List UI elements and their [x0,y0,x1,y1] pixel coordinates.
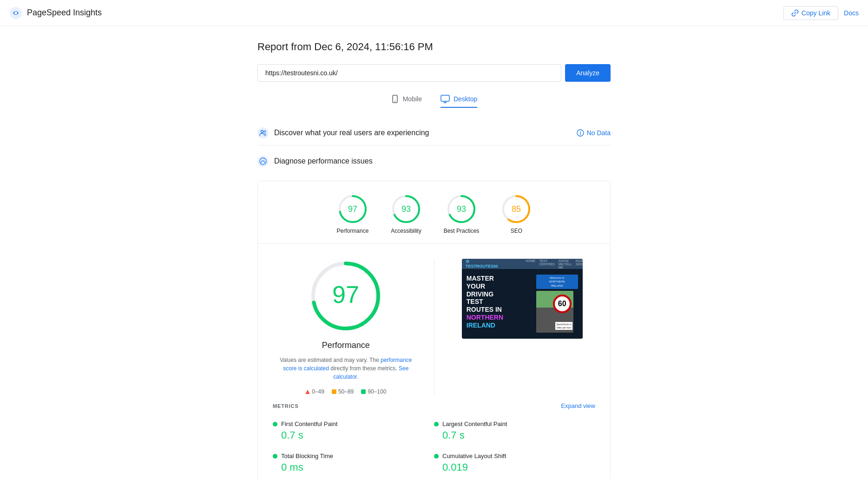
screenshot-nav: ⚙ TESTROUTESNI HOME TEST CENTRES SHOW ME… [462,259,583,269]
score-item-accessibility[interactable]: 93 Accessibility [391,194,421,234]
metric-cls-label: Cumulative Layout Shift [442,453,506,459]
screenshot-nav-links: HOME TEST CENTRES SHOW ME/TELL ME ROAD S… [526,259,582,269]
metric-fcp-value: 0.7 s [273,429,434,441]
legend-fail-range: 0–49 [312,388,324,395]
speed-caption: Speed limits inmiles per hour [555,322,572,330]
performance-label: Performance [337,228,369,234]
nav-link-road: ROAD SIGNS [576,259,583,269]
metric-fcp-name: First Contentful Paint [273,420,434,427]
analyze-button[interactable]: Analyze [565,64,611,82]
heading-northern: NORTHERN [467,314,503,321]
url-input[interactable] [257,64,561,82]
score-item-seo[interactable]: 85 SEO [501,194,531,234]
svg-text:97: 97 [348,204,357,214]
real-users-icon [257,127,269,138]
gauge-icon [259,157,267,165]
screenshot-preview: ⚙ TESTROUTESNI HOME TEST CENTRES SHOW ME… [462,259,583,339]
svg-point-5 [261,131,263,133]
metric-lcp-dot [434,422,439,427]
score-legend: 0–49 50–89 90–100 [305,388,386,395]
seo-label: SEO [511,228,522,234]
diagnose-section: Diagnose performance issues [257,149,611,173]
real-users-section: Discover what your real users are experi… [257,121,611,145]
info-icon [577,129,584,137]
perf-note-part2: directly from these metrics. [330,365,397,372]
legend-average-range: 50–89 [338,388,354,395]
svg-text:93: 93 [401,204,411,214]
desktop-icon [441,95,450,103]
copy-link-label: Copy Link [802,9,830,17]
screenshot-logo: ⚙ TESTROUTESNI [466,259,498,269]
road-image: 60 Speed limits inmiles per hour [536,291,573,333]
performance-circle-svg: 97 [338,194,368,224]
big-score-circle: 97 [309,259,383,333]
metric-lcp-name: Largest Contentful Paint [434,420,595,427]
mobile-icon [391,95,399,103]
best-practices-label: Best Practices [444,228,480,234]
metric-lcp-value: 0.7 s [434,429,595,441]
perf-right: ⚙ TESTROUTESNI HOME TEST CENTRES SHOW ME… [434,259,596,395]
metric-tbt-value: 0 ms [273,461,434,473]
best-practices-circle-svg: 93 [447,194,476,224]
metric-fcp-dot [273,422,277,427]
diagnose-title: Diagnose performance issues [274,157,611,165]
nav-link-show: SHOW ME/TELL ME [559,259,572,269]
people-icon [259,129,267,137]
report-title: Report from Dec 6, 2024, 11:56:16 PM [257,41,611,53]
metric-tbt-name: Total Blocking Time [273,453,434,459]
tab-mobile[interactable]: Mobile [391,95,422,108]
url-row: Analyze [257,64,611,82]
svg-point-1 [14,12,17,14]
welcome-sign: Welcome toNORTHERNIRELAND [536,275,578,289]
metric-tbt-label: Total Blocking Time [281,453,333,459]
metric-tbt: Total Blocking Time 0 ms [273,447,434,479]
docs-link[interactable]: Docs [844,9,859,17]
legend-fail: 0–49 [305,388,324,395]
speed-number: 60 [558,300,566,308]
svg-text:93: 93 [457,204,466,214]
perf-left: 97 Performance Values are estimated and … [273,259,434,395]
expand-view-link[interactable]: Expand view [561,402,595,409]
diagnose-icon [257,156,269,167]
legend-good: 90–100 [361,388,386,395]
metrics-label: METRICS [273,403,299,409]
tab-mobile-label: Mobile [403,95,422,103]
legend-average: 50–89 [332,388,354,395]
svg-point-6 [264,131,266,132]
real-users-title: Discover what your real users are experi… [274,129,571,137]
metrics-header: METRICS Expand view [258,395,610,415]
accessibility-circle-svg: 93 [391,194,421,224]
nav-link-home: HOME [526,259,535,269]
nav-link-test: TEST CENTRES [539,259,554,269]
svg-rect-4 [441,95,449,101]
score-item-performance[interactable]: 97 Performance [337,194,369,234]
perf-note: Values are estimated and may vary. The p… [276,356,415,381]
circle-icon [361,389,366,394]
metric-tbt-dot [273,454,277,459]
tabs: Mobile Desktop [257,95,611,108]
svg-point-3 [395,101,395,102]
metric-fcp-label: First Contentful Paint [281,420,337,427]
screenshot-content: MASTERYOURDRIVINGTESTROUTES IN NORTHERN … [462,269,583,339]
screenshot-img: Welcome toNORTHERNIRELAND 60 Speed limit… [536,275,578,333]
link-icon [791,9,799,17]
metric-cls-dot [434,454,439,459]
svg-text:85: 85 [512,204,521,214]
metric-lcp-label: Largest Contentful Paint [442,420,507,427]
svg-text:97: 97 [332,281,359,308]
score-card: 97 Performance 93 Accessibility 93 Be [257,181,611,479]
tab-desktop-label: Desktop [454,95,477,103]
perf-note-part1: Values are estimated and may vary. The [280,357,379,363]
header: PageSpeed Insights Copy Link Docs [0,0,868,26]
screenshot-text: MASTERYOURDRIVINGTESTROUTES IN NORTHERN … [467,275,532,333]
heading-ireland: IRELAND [467,322,495,329]
metric-cls-value: 0.019 [434,461,595,473]
no-data-badge: No Data [577,129,611,137]
seo-circle-svg: 85 [501,194,531,224]
copy-link-button[interactable]: Copy Link [783,6,838,20]
scores-row: 97 Performance 93 Accessibility 93 Be [258,181,610,244]
tab-desktop[interactable]: Desktop [441,95,477,108]
screenshot-heading: MASTERYOURDRIVINGTESTROUTES IN NORTHERN … [467,275,532,329]
app-title: PageSpeed Insights [27,8,102,18]
score-item-best-practices[interactable]: 93 Best Practices [444,194,480,234]
